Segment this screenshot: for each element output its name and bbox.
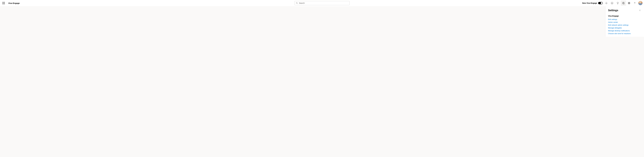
lightbulb-icon — [616, 2, 619, 4]
new-engage-toggle-group: New Viva Engage — [582, 2, 603, 4]
new-engage-toggle[interactable] — [598, 2, 603, 4]
settings-link-edit-settings[interactable]: Edit settings — [608, 18, 642, 20]
app-title: Viva Engage — [7, 2, 20, 4]
svg-point-11 — [634, 3, 635, 4]
app-header: Viva Engage New Viva Engage — [0, 0, 644, 6]
search-icon — [296, 2, 298, 4]
ideas-button[interactable] — [615, 0, 620, 6]
settings-button[interactable] — [621, 0, 626, 6]
header-actions: New Viva Engage — [582, 0, 643, 6]
settings-panel-title: Settings — [608, 9, 618, 12]
settings-links-list: Edit settings Admin center Edit network … — [608, 18, 642, 35]
search-input[interactable] — [299, 2, 348, 4]
svg-point-4 — [612, 3, 612, 3]
main-content: Settings Viva Engage Edit settings Admin… — [0, 6, 644, 157]
settings-link-desktop-notifications[interactable]: Manage desktop notifications — [608, 30, 642, 32]
globe-icon — [628, 2, 630, 4]
settings-panel: Settings Viva Engage Edit settings Admin… — [605, 6, 644, 37]
emoji-button[interactable] — [610, 0, 615, 6]
notifications-button[interactable] — [604, 0, 609, 6]
svg-point-0 — [296, 2, 297, 3]
close-icon — [639, 9, 641, 11]
gear-icon — [622, 2, 625, 4]
settings-section-heading: Viva Engage — [608, 15, 642, 17]
search-box[interactable] — [294, 1, 350, 5]
settings-panel-close-button[interactable] — [638, 9, 642, 12]
user-avatar[interactable] — [638, 1, 642, 5]
svg-point-3 — [612, 3, 612, 3]
settings-link-edit-network-admin[interactable]: Edit network admin settings — [608, 24, 642, 26]
settings-link-skin-tone[interactable]: Choose skin tone for reactions — [608, 32, 642, 35]
globe-button[interactable] — [626, 0, 632, 6]
svg-point-2 — [611, 2, 613, 4]
settings-panel-header: Settings — [608, 9, 642, 12]
new-engage-toggle-label: New Viva Engage — [582, 2, 597, 4]
help-button[interactable] — [632, 0, 637, 6]
bell-icon — [605, 2, 608, 4]
settings-link-manage-delegates[interactable]: Manage delegates — [608, 27, 642, 29]
svg-point-7 — [623, 3, 624, 3]
app-launcher-button[interactable] — [1, 0, 6, 6]
svg-line-1 — [297, 3, 298, 4]
help-icon — [634, 2, 636, 4]
app-launcher-icon — [2, 2, 5, 4]
search-container — [294, 1, 350, 5]
emoji-icon — [611, 2, 613, 4]
settings-link-admin-center[interactable]: Admin center — [608, 21, 642, 23]
